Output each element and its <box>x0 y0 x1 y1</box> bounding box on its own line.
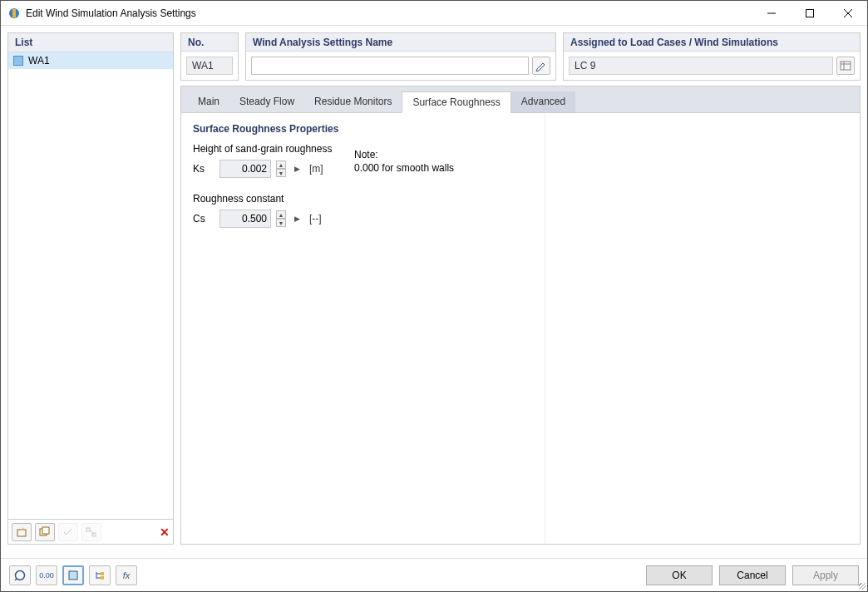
footer: 0.00 fx OK Cancel Apply <box>1 558 867 591</box>
svg-line-16 <box>15 579 17 580</box>
tab-steady-flow[interactable]: Steady Flow <box>229 91 304 112</box>
no-group: No. WA1 <box>180 32 239 81</box>
check-button <box>58 523 78 541</box>
list-panel: List WA1 ✕ <box>7 32 174 545</box>
note-body: 0.000 for smooth walls <box>354 162 454 175</box>
cs-unit: [--] <box>309 213 322 224</box>
right-empty-column <box>545 113 860 544</box>
tab-bar: Main Steady Flow Residue Monitors Surfac… <box>181 86 860 113</box>
assigned-header: Assigned to Load Cases / Wind Simulation… <box>564 33 860 52</box>
minimize-button[interactable] <box>752 1 791 26</box>
note-head: Note: <box>354 149 454 162</box>
section-title: Surface Roughness Properties <box>193 123 533 135</box>
name-group: Wind Analysis Settings Name <box>245 32 556 81</box>
close-button[interactable] <box>829 1 867 26</box>
item-color-icon <box>13 56 23 66</box>
list-box[interactable]: WA1 <box>8 52 173 519</box>
cs-expand-button[interactable]: ▶ <box>291 210 303 228</box>
new-item-button[interactable] <box>12 523 32 541</box>
svg-rect-20 <box>101 572 104 575</box>
cancel-button[interactable]: Cancel <box>719 565 786 585</box>
main-panel: Main Steady Flow Residue Monitors Surfac… <box>180 86 861 545</box>
list-header: List <box>8 33 173 52</box>
assigned-group: Assigned to Load Cases / Wind Simulation… <box>563 32 861 81</box>
ks-unit: [m] <box>309 163 323 175</box>
apply-button: Apply <box>792 565 859 585</box>
svg-rect-8 <box>42 527 49 534</box>
window-title: Edit Wind Simulation Analysis Settings <box>26 7 752 19</box>
tab-main[interactable]: Main <box>188 91 229 112</box>
fx-button[interactable]: fx <box>116 565 137 585</box>
no-field: WA1 <box>186 57 233 75</box>
tree-button[interactable] <box>89 565 111 585</box>
assigned-field: LC 9 <box>569 57 833 75</box>
ks-input[interactable] <box>219 160 271 178</box>
svg-rect-17 <box>69 571 77 580</box>
assigned-edit-button[interactable] <box>836 57 855 75</box>
name-input[interactable] <box>251 57 529 75</box>
cs-input[interactable] <box>219 210 271 228</box>
name-header: Wind Analysis Settings Name <box>246 33 555 52</box>
note-block: Note: 0.000 for smooth walls <box>354 149 454 175</box>
list-item[interactable]: WA1 <box>8 52 173 69</box>
units-button[interactable]: 0.00 <box>36 565 57 585</box>
tab-residue-monitors[interactable]: Residue Monitors <box>304 91 402 112</box>
no-header: No. <box>181 33 238 52</box>
svg-rect-1 <box>12 9 16 17</box>
view-button[interactable] <box>62 565 84 585</box>
tab-surface-roughness[interactable]: Surface Roughness <box>402 91 510 113</box>
help-button[interactable] <box>9 565 31 585</box>
list-toolbar: ✕ <box>8 519 173 544</box>
cs-spin-down[interactable]: ▼ <box>276 219 286 227</box>
svg-rect-9 <box>86 528 90 531</box>
ks-expand-button[interactable]: ▶ <box>291 160 303 178</box>
ks-spin-up[interactable]: ▲ <box>276 160 286 169</box>
flow-button <box>81 523 101 541</box>
ok-button[interactable]: OK <box>646 565 713 585</box>
cs-symbol: Cs <box>193 213 215 224</box>
app-icon <box>7 7 21 20</box>
resize-grip[interactable] <box>856 580 867 591</box>
cs-spin-up[interactable]: ▲ <box>276 210 286 219</box>
ks-symbol: Ks <box>193 163 215 175</box>
copy-item-button[interactable] <box>35 523 55 541</box>
svg-rect-6 <box>17 530 26 536</box>
svg-rect-3 <box>806 9 814 17</box>
titlebar: Edit Wind Simulation Analysis Settings <box>1 1 867 26</box>
list-item-label: WA1 <box>28 55 50 67</box>
edit-name-button[interactable] <box>532 57 550 75</box>
svg-rect-22 <box>101 576 104 580</box>
svg-point-15 <box>16 570 25 580</box>
cs-label: Roughness constant <box>193 193 533 205</box>
delete-button[interactable]: ✕ <box>160 525 170 539</box>
tab-advanced[interactable]: Advanced <box>511 91 575 112</box>
svg-rect-12 <box>841 62 851 70</box>
properties-column: Surface Roughness Properties Height of s… <box>181 113 545 544</box>
ks-spin-down[interactable]: ▼ <box>276 169 286 177</box>
maximize-button[interactable] <box>791 1 829 26</box>
